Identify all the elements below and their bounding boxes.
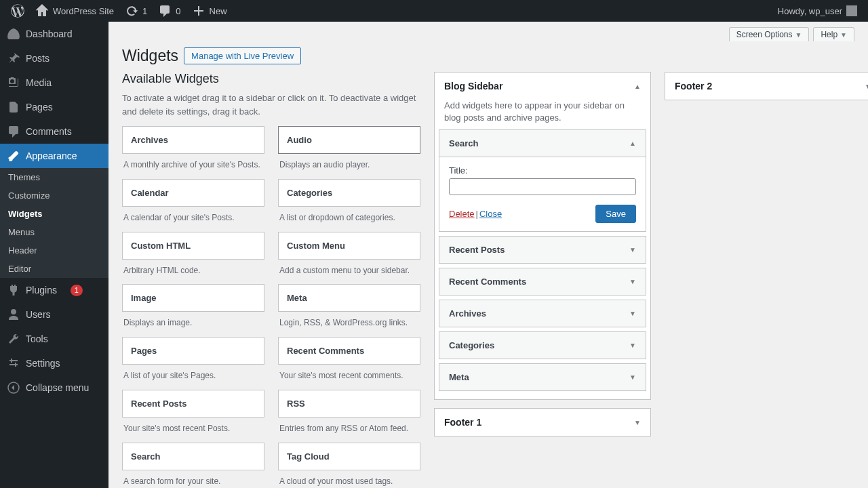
- menu-label: Media: [26, 77, 52, 88]
- menu-media[interactable]: Media: [0, 70, 108, 95]
- widget-description: Displays an audio player.: [278, 154, 420, 174]
- widget-name: Recent Comments: [278, 337, 420, 365]
- site-name-link[interactable]: WordPress Site: [30, 0, 119, 22]
- brush-icon: [7, 149, 20, 163]
- chevron-up-icon: ▲: [634, 83, 641, 90]
- save-button[interactable]: Save: [595, 205, 636, 223]
- menu-pages[interactable]: Pages: [0, 95, 108, 119]
- menu-users[interactable]: Users: [0, 302, 108, 327]
- submenu-customize[interactable]: Customize: [0, 186, 108, 205]
- widget-description: A monthly archive of your site's Posts.: [122, 154, 264, 174]
- new-text: New: [210, 6, 227, 16]
- footer1-toggle[interactable]: Footer 1 ▼: [435, 409, 650, 436]
- menu-label: Plugins: [26, 285, 57, 296]
- widget-description: A cloud of your most used tags.: [278, 470, 420, 488]
- widget-description: Entries from any RSS or Atom feed.: [278, 418, 420, 437]
- close-link[interactable]: Close: [479, 209, 502, 219]
- available-widget[interactable]: CategoriesA list or dropdown of categori…: [278, 179, 420, 226]
- menu-posts[interactable]: Posts: [0, 46, 108, 70]
- chevron-down-icon: ▼: [629, 342, 636, 349]
- title-label: Title:: [449, 165, 636, 176]
- available-widget[interactable]: Custom HTMLArbitrary HTML code.: [122, 232, 264, 279]
- updates-link[interactable]: 1: [119, 0, 153, 22]
- widget-description: Login, RSS, & WordPress.org links.: [278, 312, 420, 331]
- available-widgets-desc: To activate a widget drag it to a sideba…: [122, 92, 420, 118]
- widget-name: Custom Menu: [278, 232, 420, 260]
- screen-options-tab[interactable]: Screen Options▼: [729, 27, 810, 41]
- menu-label: Comments: [26, 126, 72, 137]
- available-widgets-heading: Available Widgets: [122, 72, 420, 86]
- submenu-widgets[interactable]: Widgets: [0, 205, 108, 223]
- submenu-editor[interactable]: Editor: [0, 260, 108, 278]
- comments-link[interactable]: 0: [153, 0, 186, 22]
- menu-dashboard[interactable]: Dashboard: [0, 22, 108, 46]
- menu-collapse[interactable]: Collapse menu: [0, 375, 108, 400]
- footer2-toggle[interactable]: Footer 2 ▼: [665, 73, 868, 100]
- widget-item-toggle[interactable]: Archives▼: [439, 300, 646, 327]
- submenu-menus[interactable]: Menus: [0, 223, 108, 241]
- menu-settings[interactable]: Settings: [0, 351, 108, 375]
- widget-description: A calendar of your site's Posts.: [122, 207, 264, 226]
- admin-sidebar: Dashboard Posts Media Pages Comments App…: [0, 22, 108, 488]
- available-widget[interactable]: MetaLogin, RSS, & WordPress.org links.: [278, 284, 420, 331]
- footer1-area: Footer 1 ▼: [434, 408, 651, 436]
- menu-appearance[interactable]: Appearance: [0, 144, 108, 168]
- widget-item-toggle[interactable]: Recent Comments▼: [439, 268, 646, 295]
- available-widget[interactable]: Recent CommentsYour site's most recent c…: [278, 337, 420, 384]
- available-widget[interactable]: ImageDisplays an image.: [122, 284, 264, 331]
- new-link[interactable]: New: [186, 0, 233, 22]
- available-widget[interactable]: CalendarA calendar of your site's Posts.: [122, 179, 264, 226]
- widget-description: Add a custom menu to your sidebar.: [278, 260, 420, 279]
- comment-icon: [158, 4, 172, 18]
- widget-item-toggle[interactable]: Meta▼: [439, 364, 646, 390]
- available-widgets-grid: ArchivesA monthly archive of your site's…: [122, 126, 420, 488]
- comment-icon: [7, 125, 20, 138]
- site-name-text: WordPress Site: [53, 6, 114, 16]
- widget-item-toggle[interactable]: Categories▼: [439, 332, 646, 359]
- available-widget[interactable]: PagesA list of your site's Pages.: [122, 337, 264, 384]
- widget-search-toggle[interactable]: Search ▲: [439, 130, 646, 157]
- wordpress-icon: [11, 4, 24, 18]
- blog-sidebar-toggle[interactable]: Blog Sidebar ▲: [435, 73, 650, 100]
- available-widget[interactable]: SearchA search form for your site.: [122, 443, 264, 488]
- available-widget[interactable]: ArchivesA monthly archive of your site's…: [122, 126, 264, 174]
- widget-item: Meta▼: [439, 363, 646, 391]
- menu-label: Tools: [26, 333, 48, 344]
- chevron-down-icon: ▼: [629, 373, 636, 381]
- wp-logo[interactable]: [5, 0, 30, 22]
- menu-comments[interactable]: Comments: [0, 119, 108, 144]
- delete-link[interactable]: Delete: [449, 209, 475, 219]
- available-widget[interactable]: Recent PostsYour site's most recent Post…: [122, 390, 264, 437]
- home-icon: [35, 4, 49, 18]
- content-area: Screen Options▼ Help▼ Widgets Manage wit…: [108, 22, 868, 488]
- chevron-down-icon: ▼: [840, 31, 847, 39]
- menu-plugins[interactable]: Plugins 1: [0, 278, 108, 302]
- plugins-badge: 1: [71, 285, 83, 296]
- update-icon: [125, 4, 138, 18]
- menu-label: Appearance: [26, 150, 77, 161]
- widget-item: Recent Comments▼: [439, 268, 646, 296]
- menu-label: Users: [26, 309, 51, 320]
- menu-label: Dashboard: [26, 28, 73, 39]
- available-widget[interactable]: RSSEntries from any RSS or Atom feed.: [278, 390, 420, 437]
- available-widget[interactable]: AudioDisplays an audio player.: [278, 126, 420, 174]
- submenu-themes[interactable]: Themes: [0, 168, 108, 186]
- sliders-icon: [7, 357, 20, 370]
- widget-name: Archives: [122, 126, 264, 154]
- widget-name: Calendar: [122, 179, 264, 207]
- wrench-icon: [7, 332, 20, 346]
- howdy-link[interactable]: Howdy, wp_user: [772, 0, 863, 22]
- widget-item-toggle[interactable]: Recent Posts▼: [439, 237, 646, 263]
- widget-name: Image: [122, 284, 264, 312]
- widget-item: Archives▼: [439, 300, 646, 327]
- menu-tools[interactable]: Tools: [0, 327, 108, 351]
- widget-title-input[interactable]: [449, 178, 636, 195]
- help-tab[interactable]: Help▼: [813, 27, 854, 41]
- live-preview-button[interactable]: Manage with Live Preview: [184, 47, 301, 64]
- submenu-header[interactable]: Header: [0, 241, 108, 260]
- available-widget[interactable]: Tag CloudA cloud of your most used tags.: [278, 443, 420, 488]
- media-icon: [7, 76, 20, 89]
- widget-description: A list of your site's Pages.: [122, 365, 264, 384]
- widget-name: Categories: [278, 179, 420, 207]
- available-widget[interactable]: Custom MenuAdd a custom menu to your sid…: [278, 232, 420, 279]
